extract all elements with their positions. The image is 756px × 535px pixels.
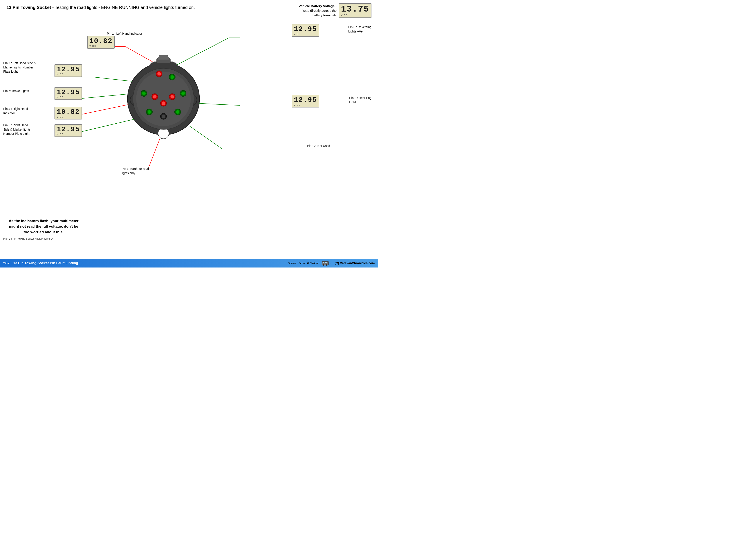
svg-point-32 [153,95,156,99]
pin2-value: 12.95 [294,96,317,104]
svg-point-38 [182,92,185,95]
pin8-label: Pin 8 : ReversingLights +Ve [348,25,372,34]
footer-title-text: 13 Pin Towing Socket Pin Fault Finding [13,261,78,265]
svg-point-54 [330,263,331,264]
svg-point-44 [176,110,180,114]
svg-point-34 [162,101,165,105]
pin8-value: 12.95 [294,25,317,33]
svg-line-11 [190,126,222,149]
pin7-unit: V DC [57,73,64,76]
pin6-label: Pin 6: Brake Lights [3,89,29,93]
svg-point-30 [142,92,146,95]
pin5-label: Pin 5 : Right HandSide & Marker lights,N… [3,123,31,136]
svg-point-26 [157,72,161,76]
svg-line-7 [77,103,135,115]
footer-drawn: Drawn: Simon P Barlow [288,262,318,265]
svg-point-40 [148,110,151,114]
footer-title-label: Title: [3,262,10,265]
pin7-lcd: 12.95 V DC [54,64,82,77]
pin2-label: Pin 2 : Rear FogLight [349,96,372,104]
pin2-lcd: 12.95 V DC [292,95,319,107]
pin7-label: Pin 7 : Left Hand Side &Marker lights, N… [3,61,36,74]
pin6-unit: V DC [57,96,64,99]
svg-point-50 [323,265,324,265]
svg-line-8 [196,103,240,105]
footer-logo [322,261,331,266]
pin4-label: Pin 4 : Right HandIndicator [3,107,28,115]
bottom-note-text: As the indicators flash, your multimeter… [9,219,78,234]
main-content: 13 Pin Towing Socket - Testing the road … [0,0,378,254]
svg-rect-48 [325,262,327,263]
pin4-unit: V DC [57,116,64,118]
pin2-unit: V DC [294,104,301,106]
svg-point-52 [326,265,327,265]
svg-line-6 [77,94,134,99]
footer-drawn-name: Simon P Barlow [298,262,318,265]
caravan-icon [322,261,331,266]
footer-brand: (C) CaravanChronicles.com [335,261,375,265]
pin4-lcd: 10.82 V DC [54,107,82,120]
pin7-value: 12.95 [57,66,80,73]
pin3-label: Pin 3: Earth for roadlights only [122,167,149,175]
pin5-value: 12.95 [57,126,80,133]
pin1-unit: V DC [89,45,96,47]
svg-point-28 [171,75,174,79]
pin5-lcd: 12.95 V DC [54,124,82,137]
svg-rect-47 [322,262,324,263]
pin6-lcd: 12.95 V DC [54,87,82,100]
footer-bar: Title: 13 Pin Towing Socket Pin Fault Fi… [0,259,378,268]
pin8-lcd: 12.95 V DC [292,24,319,37]
bottom-note: As the indicators flash, your multimeter… [7,218,81,235]
svg-point-42 [162,115,165,118]
svg-line-4 [94,77,133,82]
pin6-value: 12.95 [57,89,80,96]
svg-line-2 [172,38,229,67]
pin5-unit: V DC [57,133,64,136]
pin1-label: Pin 1 : Left Hand Indicator [107,32,142,36]
pin4-value: 10.82 [57,108,80,116]
svg-line-9 [77,119,137,133]
pin1-lcd: 10.82 V DC [87,36,115,49]
pin1-value: 10.82 [89,37,112,45]
pin8-unit: V DC [294,33,301,35]
svg-rect-17 [159,55,168,58]
footer-drawn-label: Drawn: [288,262,297,265]
pin12-label: Pin 12: Not Used [307,144,330,148]
svg-point-36 [171,95,174,99]
footer-right: Drawn: Simon P Barlow (C) CaravanChronic… [288,261,375,266]
file-label: File: 13 Pin Towing Socket-Fault Finding… [3,237,54,240]
